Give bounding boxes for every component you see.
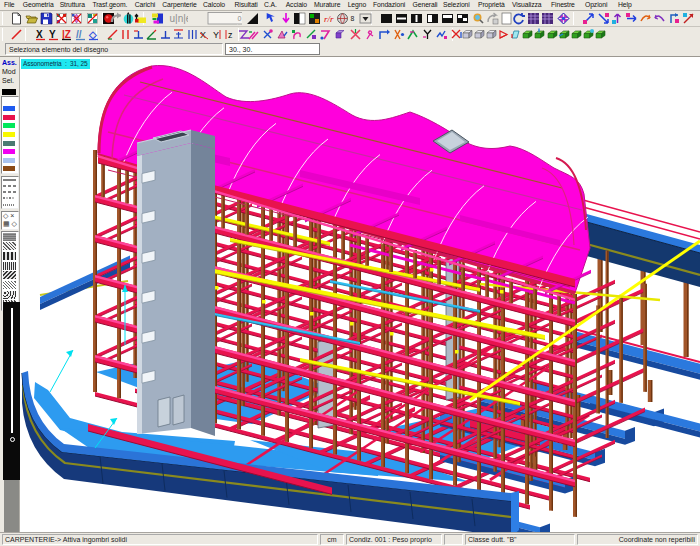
svg-text:◇: ◇ <box>88 29 97 40</box>
svg-text:z: z <box>228 30 233 40</box>
svg-text:8: 8 <box>351 15 355 22</box>
svg-text:X: X <box>36 29 43 40</box>
svg-text:Y: Y <box>49 29 56 40</box>
svg-text://: // <box>76 29 82 40</box>
svg-text:Y: Y <box>213 30 219 40</box>
svg-text:r/r: r/r <box>324 14 334 24</box>
svg-text:|Z: |Z <box>62 29 71 40</box>
svg-text:0: 0 <box>238 15 242 22</box>
